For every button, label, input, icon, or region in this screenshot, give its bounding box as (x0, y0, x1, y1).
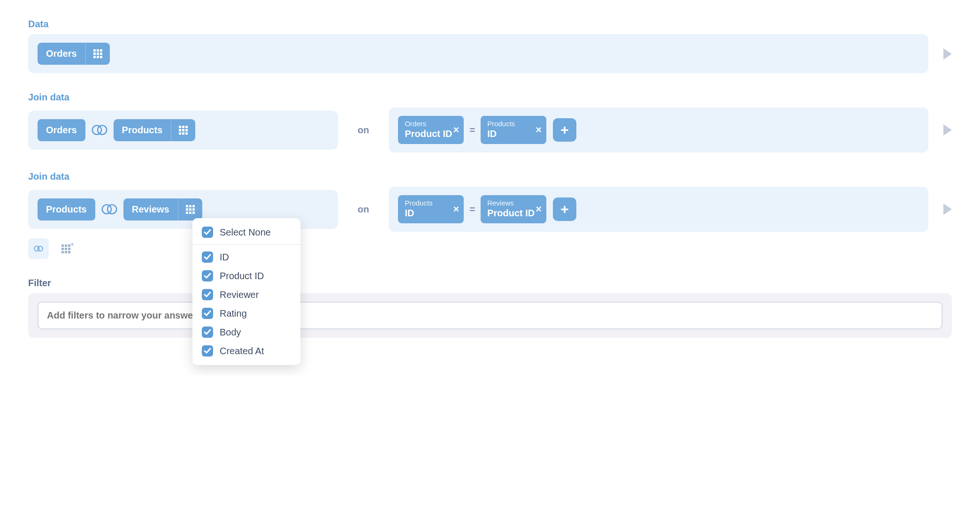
svg-point-0 (92, 125, 101, 134)
remove-condition-icon[interactable]: × (536, 124, 542, 136)
join-right-condition[interactable]: Reviews Product ID × (481, 195, 546, 223)
add-condition-button[interactable]: + (553, 118, 576, 142)
join-section-1: Join data Orders Products on Orders Prod… (28, 92, 952, 152)
equals-label: = (464, 204, 481, 215)
column-item[interactable]: Reviewer (192, 285, 300, 304)
filter-section-label: Filter (28, 278, 952, 289)
join-section-label: Join data (28, 92, 952, 103)
section-toggle-arrow-icon[interactable] (943, 124, 952, 136)
svg-point-2 (102, 205, 111, 213)
column-item[interactable]: Body (192, 323, 300, 342)
remove-condition-icon[interactable]: × (453, 203, 459, 215)
data-section-label: Data (28, 19, 952, 30)
join-left-table[interactable]: Orders (38, 119, 85, 141)
remove-condition-icon[interactable]: × (536, 203, 542, 215)
add-join-button[interactable] (28, 238, 49, 259)
checkbox-checked-icon (202, 227, 213, 238)
filter-section: Filter (28, 278, 952, 338)
checkbox-checked-icon (202, 308, 213, 319)
filter-input[interactable] (38, 302, 942, 329)
join-right-table-chip[interactable]: Reviews (123, 198, 202, 220)
join-tables-panel: Orders Products (28, 111, 338, 150)
on-label: on (344, 204, 383, 215)
join-left-condition[interactable]: Orders Product ID × (398, 116, 464, 144)
checkbox-checked-icon (202, 251, 213, 263)
popover-divider (192, 244, 300, 245)
checkbox-checked-icon (202, 289, 213, 300)
checkbox-checked-icon (202, 327, 213, 338)
column-item[interactable]: Created At (192, 342, 300, 360)
data-panel: Orders (28, 34, 928, 73)
join-type-icon[interactable] (90, 123, 109, 137)
checkbox-checked-icon (202, 345, 213, 357)
on-label: on (344, 125, 383, 136)
checkbox-checked-icon (202, 270, 213, 281)
add-table-button[interactable]: + (55, 238, 76, 259)
join-type-icon[interactable] (100, 203, 119, 216)
join-right-table-chip[interactable]: Products (114, 119, 196, 141)
column-item[interactable]: ID (192, 248, 300, 266)
svg-point-5 (38, 246, 42, 251)
join-tools-row: + (28, 238, 952, 259)
column-item[interactable]: Rating (192, 304, 300, 323)
svg-point-1 (98, 125, 107, 134)
svg-point-3 (107, 205, 116, 213)
join-left-table[interactable]: Products (38, 198, 95, 220)
filter-panel (28, 293, 952, 338)
join-right-table[interactable]: Reviews (123, 198, 178, 220)
join-condition-panel: Products ID × = Reviews Product ID × + (389, 187, 928, 232)
table-grid-icon[interactable] (171, 119, 195, 141)
data-table-name[interactable]: Orders (38, 43, 85, 65)
data-section: Data Orders (28, 19, 952, 73)
equals-label: = (464, 125, 481, 136)
join-right-condition[interactable]: Products ID × (481, 116, 546, 144)
join-left-condition[interactable]: Products ID × (398, 195, 464, 223)
select-none-item[interactable]: Select None (192, 223, 300, 242)
section-toggle-arrow-icon[interactable] (943, 48, 952, 60)
table-grid-icon[interactable] (85, 43, 110, 65)
columns-popover: Select None ID Product ID Reviewer Ratin… (192, 218, 300, 365)
join-section-label: Join data (28, 171, 952, 182)
join-condition-panel: Orders Product ID × = Products ID × + (389, 107, 928, 152)
join-section-2: Join data Products Reviews on Products I… (28, 171, 952, 259)
column-item[interactable]: Product ID (192, 266, 300, 285)
table-grid-icon[interactable] (178, 198, 202, 220)
add-condition-button[interactable]: + (553, 198, 576, 221)
section-toggle-arrow-icon[interactable] (943, 204, 952, 215)
data-table-chip[interactable]: Orders (38, 43, 110, 65)
remove-condition-icon[interactable]: × (453, 124, 459, 136)
join-right-table[interactable]: Products (114, 119, 171, 141)
